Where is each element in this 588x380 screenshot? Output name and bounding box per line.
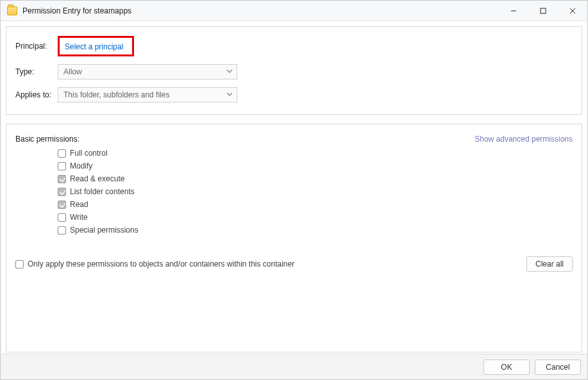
close-button[interactable] bbox=[558, 1, 587, 21]
chevron-down-icon bbox=[226, 90, 233, 99]
minimize-button[interactable] bbox=[499, 1, 528, 21]
perm-list-folder[interactable]: List folder contents bbox=[58, 187, 573, 196]
chevron-down-icon bbox=[226, 67, 233, 76]
checkbox-icon bbox=[15, 260, 24, 268]
checkbox-icon bbox=[58, 149, 66, 158]
perm-read-execute[interactable]: Read & execute bbox=[58, 174, 573, 183]
only-apply-checkbox[interactable]: Only apply these permissions to objects … bbox=[15, 260, 294, 268]
principal-label: Principal: bbox=[15, 42, 58, 51]
ok-button[interactable]: OK bbox=[483, 359, 530, 375]
svg-rect-1 bbox=[541, 8, 546, 13]
applies-to-value: This folder, subfolders and files bbox=[63, 90, 169, 99]
window-controls bbox=[499, 1, 587, 21]
dialog-footer: OK Cancel bbox=[1, 354, 587, 379]
maximize-button[interactable] bbox=[528, 1, 558, 21]
checkbox-icon bbox=[58, 162, 66, 170]
principal-highlight: Select a principal bbox=[58, 36, 134, 56]
checkbox-icon bbox=[58, 226, 66, 235]
permission-entry-window: Permission Entry for steamapps Principal… bbox=[0, 0, 588, 380]
clear-all-button[interactable]: Clear all bbox=[526, 256, 573, 272]
perm-full-control[interactable]: Full control bbox=[58, 149, 573, 158]
permissions-panel: Basic permissions: Show advanced permiss… bbox=[6, 124, 582, 352]
applies-to-select[interactable]: This folder, subfolders and files bbox=[58, 87, 237, 103]
perm-write[interactable]: Write bbox=[58, 213, 573, 222]
checkbox-checked-icon bbox=[58, 201, 66, 209]
basic-permissions-title: Basic permissions: bbox=[15, 135, 80, 144]
content-area: Principal: Select a principal Type: Allo… bbox=[1, 21, 587, 354]
checkbox-icon bbox=[58, 213, 66, 222]
type-select[interactable]: Allow bbox=[58, 64, 237, 79]
checkbox-checked-icon bbox=[58, 188, 66, 196]
perm-modify[interactable]: Modify bbox=[58, 161, 573, 170]
window-title: Permission Entry for steamapps bbox=[22, 6, 499, 15]
titlebar: Permission Entry for steamapps bbox=[1, 1, 587, 21]
show-advanced-permissions-link[interactable]: Show advanced permissions bbox=[475, 135, 573, 144]
perm-read[interactable]: Read bbox=[58, 200, 573, 209]
perm-special[interactable]: Special permissions bbox=[58, 226, 573, 235]
type-value: Allow bbox=[63, 67, 82, 76]
cancel-button[interactable]: Cancel bbox=[535, 359, 581, 375]
permissions-list: Full control Modify Read & execute List … bbox=[58, 149, 573, 235]
principal-panel: Principal: Select a principal Type: Allo… bbox=[6, 26, 582, 115]
select-principal-link[interactable]: Select a principal bbox=[65, 42, 123, 51]
checkbox-checked-icon bbox=[58, 175, 66, 183]
type-label: Type: bbox=[15, 67, 58, 76]
applies-to-label: Applies to: bbox=[15, 90, 58, 99]
folder-icon bbox=[7, 6, 17, 15]
